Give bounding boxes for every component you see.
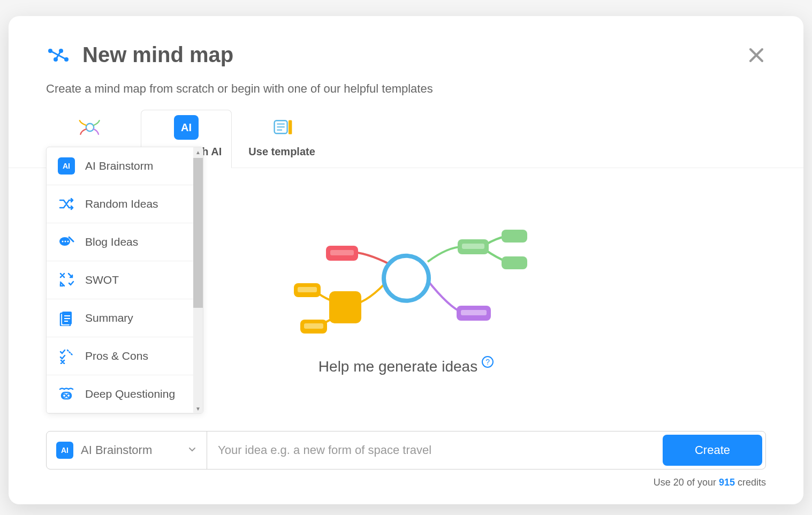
dropdown-item-label: Blog Ideas bbox=[85, 236, 138, 248]
dropdown-item-deep-questioning[interactable]: Deep Questioning bbox=[47, 375, 203, 413]
scrollbar-thumb[interactable] bbox=[193, 158, 203, 308]
dropdown-item-random-ideas[interactable]: Random Ideas bbox=[47, 185, 203, 223]
dropdown-selected-label: AI Brainstorm bbox=[81, 443, 180, 457]
diving-icon bbox=[57, 385, 75, 403]
mindmap-illustration bbox=[283, 219, 529, 347]
svg-line-5 bbox=[56, 51, 61, 59]
dropdown-item-swot[interactable]: SWOT bbox=[47, 261, 203, 299]
ai-tab-icon: AI bbox=[173, 115, 199, 140]
prompt-title-text: Help me generate ideas bbox=[318, 358, 477, 375]
template-icon bbox=[269, 115, 295, 140]
dropdown-item-ai-brainstorm[interactable]: AI AI Brainstorm bbox=[47, 147, 203, 185]
swot-icon bbox=[57, 271, 75, 289]
file-icon bbox=[57, 309, 75, 327]
credits-available: 915 bbox=[719, 477, 735, 488]
ai-icon: AI bbox=[57, 157, 75, 175]
svg-point-17 bbox=[67, 241, 69, 243]
dropdown-item-label: SWOT bbox=[85, 274, 119, 286]
scroll-down-icon[interactable]: ▼ bbox=[193, 404, 203, 413]
help-icon[interactable]: ? bbox=[482, 356, 494, 368]
scroll-up-icon[interactable]: ▲ bbox=[193, 147, 203, 157]
tab-label: Use template bbox=[248, 146, 315, 158]
dropdown-item-label: Random Ideas bbox=[85, 198, 158, 210]
modal-title: New mind map bbox=[82, 43, 233, 67]
prompt-title: Help me generate ideas ? bbox=[318, 358, 494, 375]
svg-point-16 bbox=[65, 241, 66, 243]
dropdown-item-pros-cons[interactable]: Pros & Cons bbox=[47, 337, 203, 375]
chat-pen-icon bbox=[57, 233, 75, 251]
svg-point-25 bbox=[63, 394, 66, 397]
dropdown-item-summary[interactable]: Summary bbox=[47, 299, 203, 337]
mindmap-icon bbox=[46, 48, 70, 63]
idea-input[interactable] bbox=[207, 431, 659, 469]
svg-point-26 bbox=[67, 394, 70, 397]
dropdown-scrollbar[interactable]: ▲ ▼ bbox=[193, 147, 203, 413]
close-button[interactable] bbox=[747, 46, 766, 65]
pros-cons-icon bbox=[57, 347, 75, 365]
dropdown-item-label: Deep Questioning bbox=[85, 388, 175, 400]
scratch-icon bbox=[77, 115, 103, 140]
credits-text: Use 20 of your 915 credits bbox=[46, 477, 766, 488]
modal-subtitle: Create a mind map from scratch or begin … bbox=[46, 82, 766, 96]
svg-rect-13 bbox=[289, 120, 292, 134]
modal-header: New mind map bbox=[46, 43, 766, 67]
ai-mode-dropdown-menu: AI AI Brainstorm Random Ideas Blog Ideas… bbox=[46, 147, 203, 414]
shuffle-icon bbox=[57, 195, 75, 213]
tab-use-template[interactable]: Use template bbox=[238, 110, 325, 168]
ai-mode-dropdown[interactable]: AI AI Brainstorm bbox=[47, 431, 207, 469]
dropdown-item-label: AI Brainstorm bbox=[85, 160, 153, 172]
chevron-down-icon bbox=[187, 444, 197, 456]
create-button[interactable]: Create bbox=[663, 435, 762, 466]
dropdown-item-label: Pros & Cons bbox=[85, 350, 148, 362]
svg-line-23 bbox=[67, 350, 73, 355]
input-row: AI AI Brainstorm Create bbox=[46, 431, 766, 469]
dropdown-item-blog-ideas[interactable]: Blog Ideas bbox=[47, 223, 203, 261]
dropdown-item-label: Summary bbox=[85, 312, 133, 324]
svg-point-15 bbox=[62, 241, 64, 243]
svg-point-8 bbox=[86, 124, 94, 131]
ai-icon: AI bbox=[56, 442, 73, 459]
